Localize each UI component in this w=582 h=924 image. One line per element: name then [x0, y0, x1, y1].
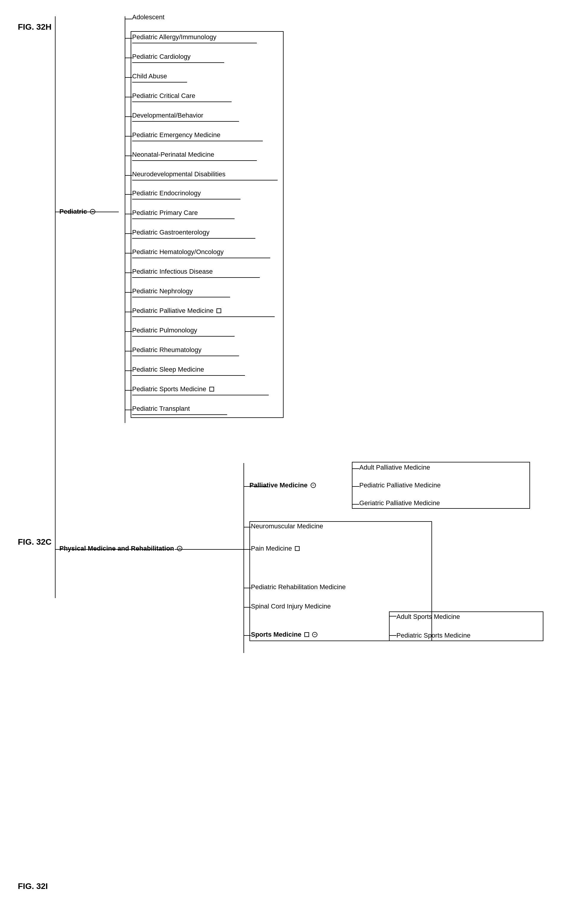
fig32h-label: FIG. 32H: [18, 22, 52, 32]
pmr-label: Physical Medicine and Rehabilitation: [60, 544, 182, 553]
pediatric-box: [131, 31, 284, 418]
pmr-box: [250, 521, 432, 641]
palliative-medicine-label: Palliative Medicine: [250, 482, 316, 489]
conn-adolescent: [125, 19, 132, 19]
pmr-branch-connector: [175, 549, 243, 550]
fig32i-label: FIG. 32I: [18, 881, 48, 891]
adult-palliative-node: Adult Palliative Medicine: [359, 464, 430, 471]
pediatric-label: Pediatric: [60, 208, 95, 216]
diagram: FIG. 32H FIG. 32C FIG. 32I Adolescent Pe…: [0, 0, 582, 924]
main-vline-left: [55, 16, 56, 598]
fig32c-label: FIG. 32C: [18, 537, 52, 547]
pmr-circle: [177, 546, 182, 551]
pediatric-circle: [90, 209, 95, 214]
pallmed-circle: [311, 483, 316, 488]
ped-palliative2-node: Pediatric Palliative Medicine: [359, 482, 441, 489]
geriatric-palliative-node: Geriatric Palliative Medicine: [359, 499, 440, 507]
pmr-vline: [243, 463, 244, 653]
adolescent-node: Adolescent: [132, 13, 165, 21]
